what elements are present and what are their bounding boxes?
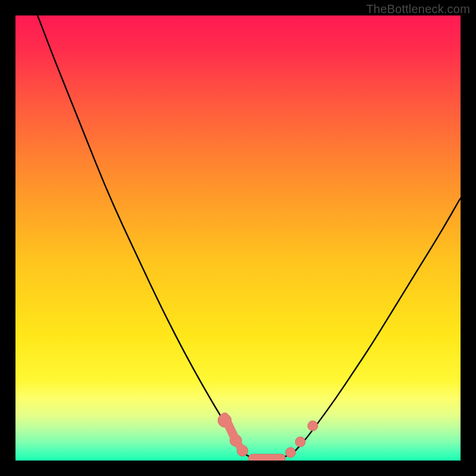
plot-area (15, 15, 461, 461)
bottleneck-curve (15, 15, 461, 460)
valley-pill-marker (249, 454, 286, 461)
v-curve-path (15, 15, 461, 460)
valley-diag-pill (236, 441, 242, 450)
outer-frame: TheBottleneck.com (0, 0, 476, 476)
valley-markers (218, 414, 318, 461)
valley-marker (308, 421, 318, 431)
valley-diag-pill (225, 417, 234, 437)
curve-layer (15, 15, 461, 461)
watermark-text: TheBottleneck.com (366, 2, 470, 16)
valley-marker (295, 437, 305, 447)
valley-marker (286, 447, 296, 458)
